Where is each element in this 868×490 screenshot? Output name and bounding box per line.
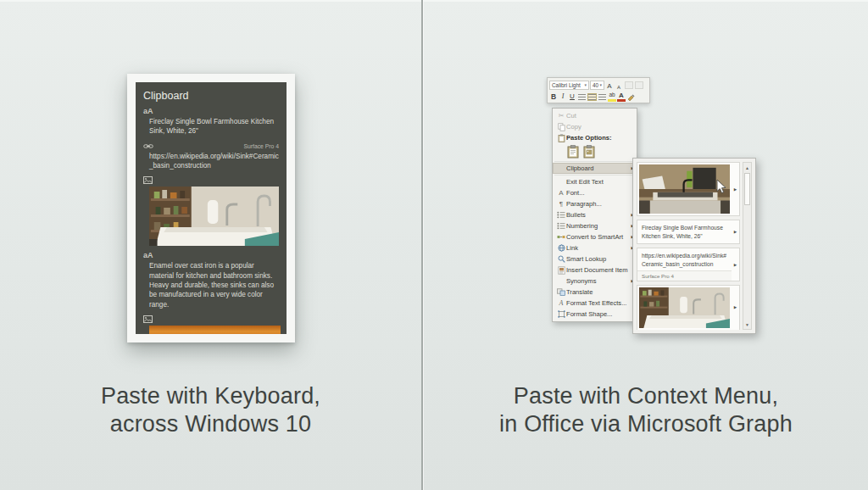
clipboard-item-content: Fireclay Single Bowl Farmhouse Kitchen S… xyxy=(143,117,279,136)
slide-divider xyxy=(421,0,423,490)
scroll-up-button[interactable]: ▲ xyxy=(744,164,750,171)
menu-item-synonyms[interactable]: Synonyms ▶ xyxy=(553,276,637,287)
caption-line: in Office via Microsoft Graph xyxy=(424,410,868,438)
clipboard-item-content: https://en.wikipedia.org/wiki/Sink#Ceram… xyxy=(143,152,279,171)
menu-item-insert-document-item[interactable]: Insert Document Item xyxy=(553,264,637,276)
align-center-icon[interactable] xyxy=(588,94,596,100)
menu-item-copy[interactable]: Copy xyxy=(553,121,637,132)
globe-link-icon xyxy=(556,244,566,252)
card-link-content: https://en.wikipedia.org/wiki/Sink#Ceram… xyxy=(637,248,732,270)
menu-item-clipboard[interactable]: Clipboard ▶ xyxy=(553,163,637,174)
menu-separator xyxy=(554,175,635,175)
scissors-icon: ✂ xyxy=(556,113,566,120)
clipboard-item-text-2[interactable]: aA Enamel over cast iron is a popular ma… xyxy=(143,252,279,309)
partial-image-strip xyxy=(149,326,281,334)
smartart-icon xyxy=(556,233,566,241)
card-source-device: Surface Pro 4 xyxy=(637,270,732,281)
menu-separator xyxy=(554,161,635,162)
flyout-card-link[interactable]: https://en.wikipedia.org/wiki/Sink#Ceram… xyxy=(637,248,740,281)
scrollbar-track[interactable] xyxy=(744,171,750,320)
clipboard-item-image-2[interactable] xyxy=(143,315,279,334)
menu-item-numbering[interactable]: Numbering ▶ xyxy=(553,220,637,231)
right-caption: Paste with Context Menu, in Office via M… xyxy=(424,382,868,439)
menu-item-paste-options: Paste Options: xyxy=(553,132,637,143)
menu-item-exit-edit-text[interactable]: Exit Edit Text xyxy=(553,176,637,187)
dropdown-arrow-icon: ▾ xyxy=(584,82,587,87)
text-effects-icon: A xyxy=(556,300,566,307)
caption-line: Paste with Context Menu, xyxy=(424,382,868,410)
caption-line: Paste with Keyboard, xyxy=(0,382,421,410)
italic-button[interactable]: I xyxy=(559,92,567,102)
menu-item-paragraph[interactable]: ¶ Paragraph... xyxy=(553,198,637,209)
menu-item-translate[interactable]: Translate xyxy=(553,287,637,298)
menu-item-bullets[interactable]: Bullets ▶ xyxy=(553,209,637,220)
scroll-down-button[interactable]: ▼ xyxy=(744,320,750,328)
paste-picture-button[interactable] xyxy=(583,145,595,159)
align-right-icon[interactable] xyxy=(598,94,606,100)
left-caption: Paste with Keyboard, across Windows 10 xyxy=(0,382,421,439)
clipboard-screen: Clipboard aA Fireclay Single Bowl Farmho… xyxy=(136,82,287,334)
font-name-select[interactable]: Calibri Light ▾ xyxy=(549,81,589,90)
underline-button[interactable]: U xyxy=(568,92,576,102)
grow-font-button[interactable]: A xyxy=(605,81,614,90)
card-text-content: Fireclay Single Bowl Farmhouse Kitchen S… xyxy=(637,220,732,243)
shape-icon xyxy=(556,310,566,318)
font-color-button[interactable]: A xyxy=(617,92,626,102)
clipboard-item-image-1[interactable] xyxy=(143,176,279,246)
document-item-icon xyxy=(556,266,566,275)
bullets-icon xyxy=(556,211,566,219)
menu-item-link[interactable]: Link ▶ xyxy=(553,242,637,253)
kitchen-sink-photo xyxy=(149,187,279,246)
menu-item-format-shape[interactable]: Format Shape... xyxy=(553,309,637,320)
card-expand-icon[interactable]: ▶ xyxy=(732,163,739,215)
office-mini-toolbar: Calibri Light ▾ 40 ▾ A A B I U ab A xyxy=(547,77,650,103)
card-expand-icon[interactable]: ▶ xyxy=(732,248,739,280)
menu-item-cut[interactable]: ✂ Cut xyxy=(553,110,637,121)
paste-keep-source-formatting-button[interactable] xyxy=(567,145,579,159)
font-size-value: 40 xyxy=(593,82,598,88)
decrease-indent-button[interactable] xyxy=(625,81,633,89)
menu-item-smart-lookup[interactable]: Smart Lookup xyxy=(553,253,637,264)
dropdown-arrow-icon: ▾ xyxy=(599,82,602,87)
font-name-value: Calibri Light xyxy=(552,82,581,88)
font-icon: A xyxy=(556,190,566,197)
paragraph-icon: ¶ xyxy=(556,201,566,208)
clipboard-item-content: Enamel over cast iron is a popular mater… xyxy=(143,261,279,309)
clipboard-submenu-flyout: ▶ Fireclay Single Bowl Farmhouse Kitchen… xyxy=(632,158,756,334)
increase-indent-button[interactable] xyxy=(635,81,643,89)
card-expand-icon[interactable]: ▶ xyxy=(732,220,739,243)
office-context-menu: ✂ Cut Copy Paste Options: Clipbo xyxy=(552,108,637,322)
text-icon: aA xyxy=(143,252,279,259)
presentation-slide: Clipboard aA Fireclay Single Bowl Farmho… xyxy=(0,0,868,490)
clipboard-item-link[interactable]: Surface Pro 4 https://en.wikipedia.org/w… xyxy=(143,142,279,171)
bold-button[interactable]: B xyxy=(549,92,558,102)
link-icon xyxy=(143,142,153,150)
highlight-color-button[interactable]: ab xyxy=(608,92,616,102)
image-icon xyxy=(143,315,279,323)
menu-item-font[interactable]: A Font... xyxy=(553,187,637,198)
mouse-cursor xyxy=(716,179,726,198)
flyout-scrollbar[interactable]: ▲ ▼ xyxy=(743,162,752,330)
scrollbar-thumb[interactable] xyxy=(744,173,750,205)
clipboard-item-text-1[interactable]: aA Fireclay Single Bowl Farmhouse Kitche… xyxy=(143,108,279,136)
translate-icon xyxy=(556,288,566,296)
windows-clipboard-panel: Clipboard aA Fireclay Single Bowl Farmho… xyxy=(127,74,295,342)
menu-item-format-text-effects[interactable]: A Format Text Effects... xyxy=(553,298,637,309)
clipboard-panel-title: Clipboard xyxy=(143,90,279,102)
align-left-icon[interactable] xyxy=(578,94,586,100)
caption-line: across Windows 10 xyxy=(0,410,421,438)
clipboard-icon xyxy=(556,134,566,142)
format-painter-icon[interactable] xyxy=(626,92,635,102)
card-expand-icon[interactable]: ▶ xyxy=(732,286,739,330)
magnifier-icon xyxy=(556,255,566,263)
font-size-select[interactable]: 40 ▾ xyxy=(590,81,604,90)
paste-options-row xyxy=(553,143,637,160)
flyout-card-text[interactable]: Fireclay Single Bowl Farmhouse Kitchen S… xyxy=(637,220,740,244)
numbering-icon xyxy=(556,222,566,230)
flyout-card-image-2[interactable]: ▶ xyxy=(637,285,740,330)
copy-icon xyxy=(556,123,566,131)
shrink-font-button[interactable]: A xyxy=(615,81,623,90)
menu-item-convert-to-smartart[interactable]: Convert to SmartArt ▶ xyxy=(553,231,637,242)
image-icon xyxy=(143,176,279,184)
kitchen-sink-photo-bright xyxy=(639,287,730,328)
